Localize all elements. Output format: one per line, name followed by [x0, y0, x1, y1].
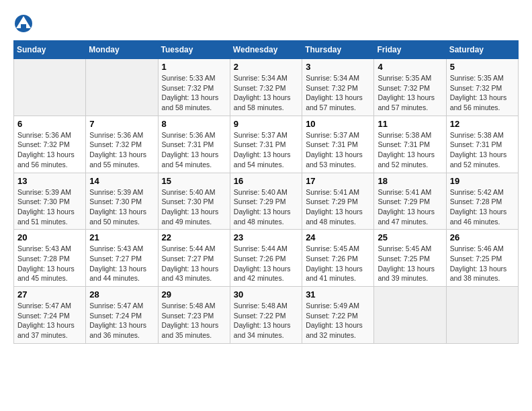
- cell-content: Sunrise: 5:49 AMSunset: 7:22 PMDaylight:…: [306, 301, 370, 340]
- cell-content: Sunrise: 5:37 AMSunset: 7:31 PMDaylight:…: [306, 130, 370, 170]
- calendar-cell: 15Sunrise: 5:40 AMSunset: 7:30 PMDayligh…: [158, 173, 230, 230]
- calendar-weekday-header: Tuesday: [158, 41, 230, 59]
- cell-content: Sunrise: 5:40 AMSunset: 7:29 PMDaylight:…: [234, 187, 298, 227]
- calendar-cell: 29Sunrise: 5:48 AMSunset: 7:23 PMDayligh…: [158, 287, 230, 344]
- day-number: 2: [234, 62, 298, 72]
- page-header: [13, 13, 519, 34]
- calendar-cell: 6Sunrise: 5:36 AMSunset: 7:32 PMDaylight…: [14, 116, 86, 173]
- cell-content: Sunrise: 5:34 AMSunset: 7:32 PMDaylight:…: [306, 73, 370, 113]
- calendar-cell: 11Sunrise: 5:38 AMSunset: 7:31 PMDayligh…: [374, 116, 446, 173]
- day-number: 4: [378, 62, 442, 72]
- day-number: 5: [450, 62, 515, 72]
- calendar-cell: 28Sunrise: 5:47 AMSunset: 7:24 PMDayligh…: [86, 287, 158, 344]
- day-number: 11: [378, 119, 442, 129]
- calendar-weekday-header: Thursday: [302, 41, 374, 59]
- calendar-cell: 18Sunrise: 5:41 AMSunset: 7:29 PMDayligh…: [374, 173, 446, 230]
- calendar-header-row: SundayMondayTuesdayWednesdayThursdayFrid…: [14, 41, 519, 59]
- calendar-cell: [86, 59, 158, 116]
- cell-content: Sunrise: 5:47 AMSunset: 7:24 PMDaylight:…: [17, 301, 82, 340]
- calendar-cell: 16Sunrise: 5:40 AMSunset: 7:29 PMDayligh…: [230, 173, 302, 230]
- day-number: 30: [234, 289, 298, 300]
- day-number: 8: [162, 119, 226, 129]
- calendar-cell: 20Sunrise: 5:43 AMSunset: 7:28 PMDayligh…: [14, 230, 86, 287]
- cell-content: Sunrise: 5:47 AMSunset: 7:24 PMDaylight:…: [89, 301, 154, 340]
- calendar-cell: 30Sunrise: 5:48 AMSunset: 7:22 PMDayligh…: [230, 287, 302, 344]
- day-number: 21: [89, 232, 154, 242]
- calendar-cell: 2Sunrise: 5:34 AMSunset: 7:32 PMDaylight…: [230, 59, 302, 116]
- day-number: 10: [306, 119, 370, 129]
- calendar-cell: 4Sunrise: 5:35 AMSunset: 7:32 PMDaylight…: [374, 59, 446, 116]
- cell-content: Sunrise: 5:43 AMSunset: 7:27 PMDaylight:…: [89, 244, 154, 283]
- cell-content: Sunrise: 5:36 AMSunset: 7:31 PMDaylight:…: [162, 130, 226, 170]
- cell-content: Sunrise: 5:44 AMSunset: 7:27 PMDaylight:…: [162, 244, 226, 283]
- cell-content: Sunrise: 5:36 AMSunset: 7:32 PMDaylight:…: [89, 130, 154, 170]
- calendar-cell: 7Sunrise: 5:36 AMSunset: 7:32 PMDaylight…: [86, 116, 158, 173]
- cell-content: Sunrise: 5:42 AMSunset: 7:28 PMDaylight:…: [450, 187, 515, 227]
- calendar-weekday-header: Sunday: [14, 41, 86, 59]
- day-number: 27: [17, 289, 82, 300]
- calendar-week-row: 6Sunrise: 5:36 AMSunset: 7:32 PMDaylight…: [14, 116, 519, 173]
- calendar-cell: [446, 287, 518, 344]
- calendar-cell: [374, 287, 446, 344]
- calendar-cell: 3Sunrise: 5:34 AMSunset: 7:32 PMDaylight…: [302, 59, 374, 116]
- calendar-cell: 26Sunrise: 5:46 AMSunset: 7:25 PMDayligh…: [446, 230, 518, 287]
- day-number: 24: [306, 232, 370, 242]
- cell-content: Sunrise: 5:46 AMSunset: 7:25 PMDaylight:…: [450, 244, 515, 283]
- cell-content: Sunrise: 5:41 AMSunset: 7:29 PMDaylight:…: [378, 187, 442, 227]
- cell-content: Sunrise: 5:33 AMSunset: 7:32 PMDaylight:…: [162, 73, 226, 113]
- cell-content: Sunrise: 5:43 AMSunset: 7:28 PMDaylight:…: [17, 244, 82, 283]
- day-number: 18: [378, 176, 442, 186]
- cell-content: Sunrise: 5:40 AMSunset: 7:30 PMDaylight:…: [162, 187, 226, 227]
- calendar-cell: 25Sunrise: 5:45 AMSunset: 7:25 PMDayligh…: [374, 230, 446, 287]
- calendar-cell: 9Sunrise: 5:37 AMSunset: 7:31 PMDaylight…: [230, 116, 302, 173]
- cell-content: Sunrise: 5:44 AMSunset: 7:26 PMDaylight:…: [234, 244, 298, 283]
- day-number: 6: [17, 119, 82, 129]
- calendar-cell: 14Sunrise: 5:39 AMSunset: 7:30 PMDayligh…: [86, 173, 158, 230]
- day-number: 15: [162, 176, 226, 186]
- day-number: 25: [378, 232, 442, 242]
- cell-content: Sunrise: 5:45 AMSunset: 7:25 PMDaylight:…: [378, 244, 442, 283]
- calendar-week-row: 20Sunrise: 5:43 AMSunset: 7:28 PMDayligh…: [14, 230, 519, 287]
- day-number: 3: [306, 62, 370, 72]
- day-number: 17: [306, 176, 370, 186]
- calendar-cell: [14, 59, 86, 116]
- calendar-cell: 17Sunrise: 5:41 AMSunset: 7:29 PMDayligh…: [302, 173, 374, 230]
- day-number: 16: [234, 176, 298, 186]
- calendar-week-row: 27Sunrise: 5:47 AMSunset: 7:24 PMDayligh…: [14, 287, 519, 344]
- day-number: 22: [162, 232, 226, 242]
- calendar-weekday-header: Saturday: [446, 41, 518, 59]
- day-number: 7: [89, 119, 154, 129]
- logo-icon: [13, 13, 34, 34]
- calendar-cell: 10Sunrise: 5:37 AMSunset: 7:31 PMDayligh…: [302, 116, 374, 173]
- calendar-table: SundayMondayTuesdayWednesdayThursdayFrid…: [13, 40, 519, 344]
- calendar-cell: 19Sunrise: 5:42 AMSunset: 7:28 PMDayligh…: [446, 173, 518, 230]
- svg-rect-2: [21, 24, 26, 28]
- calendar-cell: 21Sunrise: 5:43 AMSunset: 7:27 PMDayligh…: [86, 230, 158, 287]
- cell-content: Sunrise: 5:38 AMSunset: 7:31 PMDaylight:…: [450, 130, 515, 170]
- calendar-cell: 5Sunrise: 5:35 AMSunset: 7:32 PMDaylight…: [446, 59, 518, 116]
- calendar-cell: 23Sunrise: 5:44 AMSunset: 7:26 PMDayligh…: [230, 230, 302, 287]
- calendar-cell: 12Sunrise: 5:38 AMSunset: 7:31 PMDayligh…: [446, 116, 518, 173]
- cell-content: Sunrise: 5:37 AMSunset: 7:31 PMDaylight:…: [234, 130, 298, 170]
- calendar-cell: 8Sunrise: 5:36 AMSunset: 7:31 PMDaylight…: [158, 116, 230, 173]
- calendar-cell: 24Sunrise: 5:45 AMSunset: 7:26 PMDayligh…: [302, 230, 374, 287]
- calendar-cell: 13Sunrise: 5:39 AMSunset: 7:30 PMDayligh…: [14, 173, 86, 230]
- day-number: 29: [162, 289, 226, 300]
- logo: [13, 13, 36, 34]
- cell-content: Sunrise: 5:35 AMSunset: 7:32 PMDaylight:…: [378, 73, 442, 113]
- calendar-cell: 27Sunrise: 5:47 AMSunset: 7:24 PMDayligh…: [14, 287, 86, 344]
- cell-content: Sunrise: 5:48 AMSunset: 7:22 PMDaylight:…: [234, 301, 298, 340]
- day-number: 13: [17, 176, 82, 186]
- cell-content: Sunrise: 5:34 AMSunset: 7:32 PMDaylight:…: [234, 73, 298, 113]
- calendar-cell: 31Sunrise: 5:49 AMSunset: 7:22 PMDayligh…: [302, 287, 374, 344]
- cell-content: Sunrise: 5:36 AMSunset: 7:32 PMDaylight:…: [17, 130, 82, 170]
- calendar-weekday-header: Friday: [374, 41, 446, 59]
- cell-content: Sunrise: 5:39 AMSunset: 7:30 PMDaylight:…: [89, 187, 154, 227]
- cell-content: Sunrise: 5:41 AMSunset: 7:29 PMDaylight:…: [306, 187, 370, 227]
- calendar-week-row: 1Sunrise: 5:33 AMSunset: 7:32 PMDaylight…: [14, 59, 519, 116]
- day-number: 28: [89, 289, 154, 300]
- day-number: 9: [234, 119, 298, 129]
- cell-content: Sunrise: 5:35 AMSunset: 7:32 PMDaylight:…: [450, 73, 515, 113]
- calendar-weekday-header: Monday: [86, 41, 158, 59]
- day-number: 20: [17, 232, 82, 242]
